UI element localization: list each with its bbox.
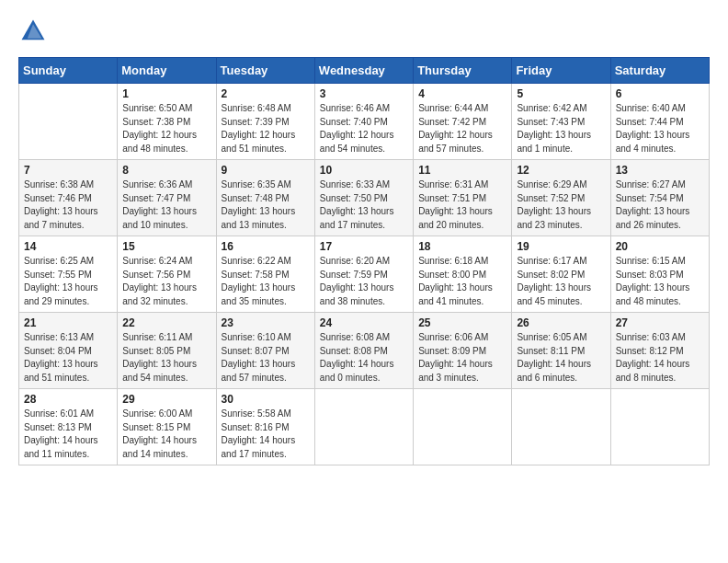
day-number: 14 <box>24 240 112 253</box>
day-number: 30 <box>222 393 310 406</box>
calendar-cell <box>414 389 512 465</box>
day-info: Sunrise: 6:00 AMSunset: 8:15 PMDaylight:… <box>122 408 210 461</box>
calendar-cell: 26Sunrise: 6:05 AMSunset: 8:11 PMDayligh… <box>512 313 610 389</box>
day-number: 11 <box>418 164 506 177</box>
day-info: Sunrise: 6:46 AMSunset: 7:40 PMDaylight:… <box>320 102 408 155</box>
day-info: Sunrise: 6:15 AMSunset: 8:03 PMDaylight:… <box>616 255 704 308</box>
calendar-cell <box>512 389 610 465</box>
day-number: 2 <box>222 87 310 100</box>
calendar-cell: 27Sunrise: 6:03 AMSunset: 8:12 PMDayligh… <box>610 313 709 389</box>
day-number: 23 <box>222 316 310 329</box>
calendar-week-row: 14Sunrise: 6:25 AMSunset: 7:55 PMDayligh… <box>19 236 710 313</box>
day-info: Sunrise: 6:36 AMSunset: 7:47 PMDaylight:… <box>122 178 210 232</box>
calendar-cell: 2Sunrise: 6:48 AMSunset: 7:39 PMDaylight… <box>216 84 314 160</box>
calendar-week-row: 28Sunrise: 6:01 AMSunset: 8:13 PMDayligh… <box>19 389 710 465</box>
calendar-cell <box>314 389 413 465</box>
day-number: 17 <box>320 240 408 253</box>
header <box>18 18 710 48</box>
calendar-cell: 5Sunrise: 6:42 AMSunset: 7:43 PMDaylight… <box>512 84 610 160</box>
day-info: Sunrise: 6:31 AMSunset: 7:51 PMDaylight:… <box>418 178 506 232</box>
day-info: Sunrise: 6:29 AMSunset: 7:52 PMDaylight:… <box>517 178 605 232</box>
day-number: 15 <box>122 240 210 253</box>
day-info: Sunrise: 6:27 AMSunset: 7:54 PMDaylight:… <box>616 178 704 232</box>
day-number: 4 <box>418 87 506 100</box>
day-info: Sunrise: 6:24 AMSunset: 7:56 PMDaylight:… <box>122 255 210 308</box>
calendar-header-row: SundayMondayTuesdayWednesdayThursdayFrid… <box>19 58 710 84</box>
day-info: Sunrise: 6:06 AMSunset: 8:09 PMDaylight:… <box>418 331 506 385</box>
calendar-cell: 3Sunrise: 6:46 AMSunset: 7:40 PMDaylight… <box>314 84 413 160</box>
day-info: Sunrise: 6:10 AMSunset: 8:07 PMDaylight:… <box>222 331 310 385</box>
day-number: 10 <box>320 164 408 177</box>
calendar-cell: 20Sunrise: 6:15 AMSunset: 8:03 PMDayligh… <box>610 236 709 313</box>
calendar-cell: 16Sunrise: 6:22 AMSunset: 7:58 PMDayligh… <box>216 236 314 313</box>
day-number: 27 <box>616 316 704 329</box>
calendar-cell: 28Sunrise: 6:01 AMSunset: 8:13 PMDayligh… <box>19 389 118 465</box>
day-number: 29 <box>122 393 210 406</box>
calendar-week-row: 21Sunrise: 6:13 AMSunset: 8:04 PMDayligh… <box>19 313 710 389</box>
calendar-cell: 6Sunrise: 6:40 AMSunset: 7:44 PMDaylight… <box>610 84 709 160</box>
day-info: Sunrise: 6:35 AMSunset: 7:48 PMDaylight:… <box>222 178 310 232</box>
day-number: 6 <box>616 87 704 100</box>
calendar-table: SundayMondayTuesdayWednesdayThursdayFrid… <box>18 57 710 465</box>
logo <box>18 18 50 48</box>
calendar-cell: 9Sunrise: 6:35 AMSunset: 7:48 PMDaylight… <box>216 160 314 236</box>
calendar-cell: 29Sunrise: 6:00 AMSunset: 8:15 PMDayligh… <box>118 389 216 465</box>
day-info: Sunrise: 6:44 AMSunset: 7:42 PMDaylight:… <box>418 102 506 155</box>
calendar-cell: 1Sunrise: 6:50 AMSunset: 7:38 PMDaylight… <box>118 84 216 160</box>
day-info: Sunrise: 5:58 AMSunset: 8:16 PMDaylight:… <box>222 408 310 461</box>
calendar-cell: 22Sunrise: 6:11 AMSunset: 8:05 PMDayligh… <box>118 313 216 389</box>
day-number: 25 <box>418 316 506 329</box>
day-info: Sunrise: 6:50 AMSunset: 7:38 PMDaylight:… <box>122 102 210 155</box>
day-info: Sunrise: 6:08 AMSunset: 8:08 PMDaylight:… <box>320 331 408 385</box>
calendar-cell: 18Sunrise: 6:18 AMSunset: 8:00 PMDayligh… <box>414 236 512 313</box>
logo-icon <box>20 18 46 44</box>
day-number: 7 <box>24 164 112 177</box>
weekday-header: Wednesday <box>314 58 413 84</box>
calendar-cell: 13Sunrise: 6:27 AMSunset: 7:54 PMDayligh… <box>610 160 709 236</box>
weekday-header: Saturday <box>610 58 709 84</box>
calendar-cell: 17Sunrise: 6:20 AMSunset: 7:59 PMDayligh… <box>314 236 413 313</box>
calendar-week-row: 1Sunrise: 6:50 AMSunset: 7:38 PMDaylight… <box>19 84 710 160</box>
calendar-week-row: 7Sunrise: 6:38 AMSunset: 7:46 PMDaylight… <box>19 160 710 236</box>
day-number: 5 <box>517 87 605 100</box>
calendar-cell <box>19 84 118 160</box>
calendar-cell: 11Sunrise: 6:31 AMSunset: 7:51 PMDayligh… <box>414 160 512 236</box>
calendar-cell: 4Sunrise: 6:44 AMSunset: 7:42 PMDaylight… <box>414 84 512 160</box>
calendar-cell: 30Sunrise: 5:58 AMSunset: 8:16 PMDayligh… <box>216 389 314 465</box>
day-number: 22 <box>122 316 210 329</box>
calendar-cell <box>610 389 709 465</box>
calendar-cell: 10Sunrise: 6:33 AMSunset: 7:50 PMDayligh… <box>314 160 413 236</box>
day-info: Sunrise: 6:22 AMSunset: 7:58 PMDaylight:… <box>222 255 310 308</box>
weekday-header: Thursday <box>414 58 512 84</box>
calendar-cell: 12Sunrise: 6:29 AMSunset: 7:52 PMDayligh… <box>512 160 610 236</box>
weekday-header: Friday <box>512 58 610 84</box>
day-info: Sunrise: 6:48 AMSunset: 7:39 PMDaylight:… <box>222 102 310 155</box>
calendar-cell: 23Sunrise: 6:10 AMSunset: 8:07 PMDayligh… <box>216 313 314 389</box>
day-info: Sunrise: 6:13 AMSunset: 8:04 PMDaylight:… <box>24 331 112 385</box>
day-info: Sunrise: 6:42 AMSunset: 7:43 PMDaylight:… <box>517 102 605 155</box>
day-number: 9 <box>222 164 310 177</box>
day-info: Sunrise: 6:18 AMSunset: 8:00 PMDaylight:… <box>418 255 506 308</box>
day-info: Sunrise: 6:11 AMSunset: 8:05 PMDaylight:… <box>122 331 210 385</box>
day-info: Sunrise: 6:20 AMSunset: 7:59 PMDaylight:… <box>320 255 408 308</box>
day-number: 13 <box>616 164 704 177</box>
weekday-header: Sunday <box>19 58 118 84</box>
day-number: 26 <box>517 316 605 329</box>
day-info: Sunrise: 6:25 AMSunset: 7:55 PMDaylight:… <box>24 255 112 308</box>
calendar-cell: 14Sunrise: 6:25 AMSunset: 7:55 PMDayligh… <box>19 236 118 313</box>
calendar-cell: 15Sunrise: 6:24 AMSunset: 7:56 PMDayligh… <box>118 236 216 313</box>
day-info: Sunrise: 6:01 AMSunset: 8:13 PMDaylight:… <box>24 408 112 461</box>
day-number: 3 <box>320 87 408 100</box>
day-info: Sunrise: 6:33 AMSunset: 7:50 PMDaylight:… <box>320 178 408 232</box>
day-info: Sunrise: 6:38 AMSunset: 7:46 PMDaylight:… <box>24 178 112 232</box>
day-number: 8 <box>122 164 210 177</box>
day-number: 16 <box>222 240 310 253</box>
day-number: 18 <box>418 240 506 253</box>
day-number: 20 <box>616 240 704 253</box>
day-number: 24 <box>320 316 408 329</box>
day-number: 1 <box>122 87 210 100</box>
day-number: 19 <box>517 240 605 253</box>
calendar-cell: 7Sunrise: 6:38 AMSunset: 7:46 PMDaylight… <box>19 160 118 236</box>
day-info: Sunrise: 6:17 AMSunset: 8:02 PMDaylight:… <box>517 255 605 308</box>
day-number: 12 <box>517 164 605 177</box>
